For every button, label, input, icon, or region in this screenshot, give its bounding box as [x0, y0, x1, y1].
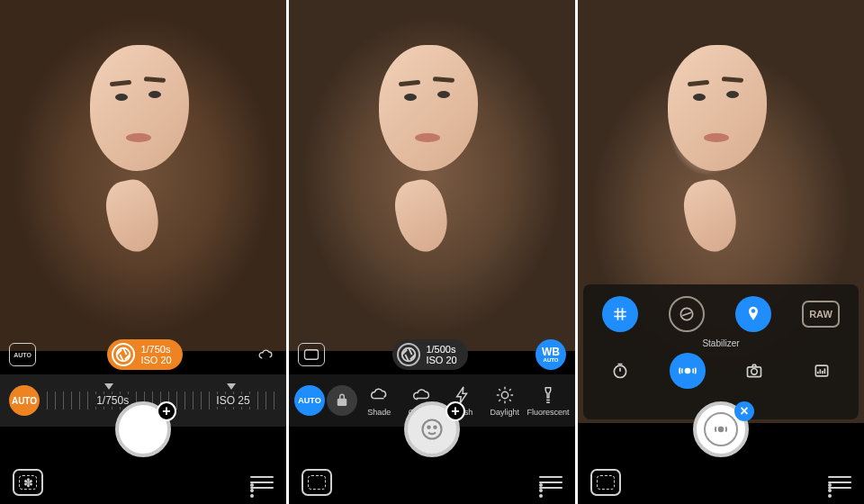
- svg-point-13: [719, 428, 724, 432]
- viewfinder-photo: [289, 0, 575, 351]
- timer-icon[interactable]: [602, 353, 638, 389]
- gallery-button[interactable]: [302, 469, 332, 496]
- shutter-value: 1/500s: [426, 344, 456, 355]
- shutter-button[interactable]: ×: [693, 401, 749, 457]
- bottom-bar: [578, 461, 864, 504]
- svg-point-0: [117, 348, 130, 362]
- shutter-button[interactable]: +: [115, 401, 171, 457]
- shutter-value: 1/750s: [140, 344, 171, 355]
- bottom-bar: [289, 461, 575, 504]
- gallery-button[interactable]: [13, 469, 43, 496]
- svg-point-2: [402, 348, 416, 362]
- menu-icon[interactable]: [250, 476, 274, 489]
- raw-button[interactable]: RAW: [802, 301, 840, 328]
- aperture-icon: [397, 343, 420, 366]
- gallery-button[interactable]: [590, 469, 621, 496]
- menu-icon[interactable]: [828, 476, 851, 489]
- exposure-pill[interactable]: 1/750s ISO 20: [107, 339, 182, 370]
- stabilizer-icon[interactable]: [670, 353, 706, 389]
- auto-mode-box[interactable]: AUTO: [9, 343, 36, 366]
- camera-screen-3: RAW Stabilizer ×: [578, 0, 864, 504]
- iso-value: ISO 20: [426, 355, 456, 365]
- svg-point-9: [685, 369, 689, 374]
- exposure-pill[interactable]: 1/500s ISO 20: [392, 339, 467, 370]
- shutter-row: +: [289, 398, 575, 461]
- shutter-add-icon[interactable]: +: [446, 401, 465, 421]
- camera-screen-2: 1/500s ISO 20 WBAUTO AUTO Shade Cloudy F…: [289, 0, 575, 504]
- auto-mode-box[interactable]: [298, 343, 325, 366]
- camera-switch-icon[interactable]: [736, 353, 772, 389]
- shutter-row: ×: [578, 398, 864, 461]
- shutter-close-icon[interactable]: ×: [734, 401, 754, 421]
- status-bar: 1/500s ISO 20 WBAUTO: [289, 335, 575, 374]
- shutter-row: +: [0, 398, 286, 461]
- face-icon: [419, 417, 445, 442]
- stabilizer-indicator-icon: [704, 412, 738, 446]
- svg-point-5: [428, 427, 429, 428]
- viewfinder-photo: [0, 0, 286, 351]
- svg-point-6: [434, 427, 436, 428]
- status-bar: AUTO 1/750s ISO 20: [0, 335, 286, 374]
- histogram-icon[interactable]: [804, 353, 840, 389]
- svg-point-11: [752, 369, 758, 375]
- svg-point-4: [423, 420, 442, 439]
- stabilizer-label: Stabilizer: [587, 338, 855, 348]
- aperture-icon: [112, 343, 135, 366]
- shutter-add-icon[interactable]: +: [157, 401, 176, 421]
- bottom-bar: [0, 461, 286, 504]
- iso-value: ISO 20: [140, 355, 171, 365]
- cloud-icon[interactable]: [254, 343, 277, 366]
- location-icon[interactable]: [735, 296, 771, 332]
- level-icon[interactable]: [669, 296, 705, 332]
- white-balance-button[interactable]: WBAUTO: [536, 339, 566, 370]
- camera-screen-1: AUTO 1/750s ISO 20 AUTO 1/750s ISO 25 +: [0, 0, 286, 504]
- menu-icon[interactable]: [539, 476, 562, 489]
- shutter-button[interactable]: +: [404, 401, 460, 457]
- svg-rect-1: [305, 350, 319, 360]
- grid-icon[interactable]: [602, 296, 638, 332]
